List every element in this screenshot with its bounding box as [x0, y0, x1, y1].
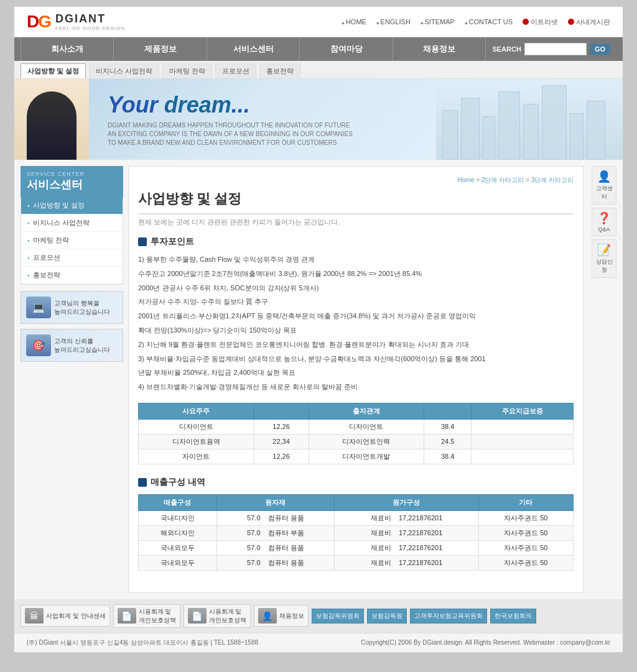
section2-title: 매출구성 내역 — [138, 477, 574, 488]
cell-s32: 57.0 컴퓨터 용품 — [216, 540, 335, 555]
table-row: 국내외모두 57.0 컴퓨터 용품 재료비 17,221876201 자사주권드… — [139, 555, 574, 570]
main-content: Home > 2단계 카타고리 > 3단계 카타고리 사업방향 및 설정 현재 … — [128, 166, 584, 593]
banner: Your dream... DGIANT MAKING DREAMS HAPPE… — [14, 79, 623, 160]
customer-icon: 👤 — [594, 170, 614, 183]
board-dot — [568, 19, 574, 25]
th-cost: 원가구성 — [335, 494, 478, 510]
footer-icon-1: 🏛 — [25, 608, 44, 624]
th-raw: 원자재 — [216, 494, 335, 510]
cell-34: 38.4 — [424, 449, 472, 464]
footer-link-8[interactable]: 한국보험회의 — [490, 609, 536, 624]
cell-21: 디자이언트용역 — [139, 434, 254, 449]
invest-table: 사요주주 출자관계 주요지급보증 디자이언트 12,26 디자이언트 38. — [138, 403, 574, 464]
cell-s33: 재료비 17,221876201 — [335, 540, 478, 555]
nav-english[interactable]: ENGLISH — [376, 18, 411, 25]
breadcrumb-cat2[interactable]: 2단계 카타고리 — [481, 177, 524, 183]
cell-s14: 자사주권드 50 — [478, 510, 573, 525]
cell-s41: 국내외모두 — [139, 555, 217, 570]
banner-person — [14, 79, 89, 160]
cell-s22: 57.0 컴퓨터 부품 — [216, 525, 335, 540]
th-investment: 출자관계 — [309, 403, 424, 419]
footer-link-4[interactable]: 👤 채용정보 — [254, 605, 309, 627]
nav-home[interactable]: HOME — [342, 18, 366, 25]
cell-11: 디자이언트 — [139, 419, 254, 434]
banner-subtitle: DGIANT MAKING DREAMS HAPPEN THROUGHOUT T… — [108, 121, 417, 147]
th-shareholder: 사요주주 — [139, 403, 254, 419]
footer-link-5[interactable]: 보험감독위원회 — [312, 609, 364, 624]
nav-board[interactable]: 사내게시판 — [568, 17, 610, 27]
nav-sitemap[interactable]: SITEMAP — [421, 18, 455, 25]
search-input[interactable] — [524, 43, 587, 55]
nav-service[interactable]: 서비스센터 — [207, 37, 300, 61]
nav-products[interactable]: 제품정보 — [114, 37, 207, 61]
section2-icon — [138, 478, 147, 487]
breadcrumb-home[interactable]: Home — [458, 177, 475, 183]
top-nav: HOME ENGLISH SITEMAP CONTACT US 이트라넷 사내게… — [342, 17, 610, 27]
right-btn-customer[interactable]: 👤 고객센터 — [592, 166, 616, 205]
nav-contact[interactable]: CONTACT US — [465, 18, 513, 25]
search-button[interactable]: GO — [590, 44, 610, 55]
cell-s24: 자사주권드 50 — [478, 525, 573, 540]
cell-s21: 해외디자인 — [139, 525, 217, 540]
cell-s13: 재료비 17,221876201 — [335, 510, 478, 525]
table-row: 국내외모두 57.0 컴퓨터 용품 재료비 17,221876201 자사주권드… — [139, 540, 574, 555]
breadcrumb: Home > 2단계 카타고리 > 3단계 카타고리 — [138, 176, 574, 185]
search-label: SEARCH — [492, 45, 521, 53]
footer-icon-4: 👤 — [258, 608, 277, 624]
th-value1 — [254, 403, 309, 419]
sales-table: 매출구성 원자재 원가구성 기타 국내디자인 57.0 컴퓨터 용품 재료비 1… — [138, 494, 574, 571]
cell-15 — [472, 419, 574, 434]
sidebar: SERVICE CENTER 서비스센터 사업방향 및 설정 비지니스 사업전략… — [21, 166, 123, 593]
sidebar-item-marketing[interactable]: 마케팅 전략 — [21, 232, 123, 249]
logo-name: DGIANT — [55, 12, 125, 25]
cell-s34: 자사주권드 50 — [478, 540, 573, 555]
cell-13: 디자이언트 — [309, 419, 424, 434]
cell-12: 12,26 — [254, 419, 309, 434]
person-silhouette — [27, 91, 77, 160]
footer-link-1[interactable]: 🏛 사업회계 및 안내센세 — [21, 605, 110, 627]
sidebar-header: SERVICE CENTER 서비스센터 — [21, 166, 123, 197]
content-text: 1) 풍부한 수주물량, Cash Flow 및 수익성위주의 경영 관계 수주… — [138, 254, 574, 394]
main-nav: 회사소개 제품정보 서비스센터 참여마당 채용정보 SEARCH GO — [14, 37, 623, 61]
cell-s44: 자사주권드 50 — [478, 555, 573, 570]
cell-31: 자이언트 — [139, 449, 254, 464]
sidebar-item-strategy[interactable]: 비지니스 사업전략 — [21, 214, 123, 232]
footer-link-6[interactable]: 보험감독원 — [367, 609, 407, 624]
footer-link-2[interactable]: 📄 시용회계 및개인보호성책 — [113, 604, 180, 628]
subnav-marketing[interactable]: 마케팅 전략 — [162, 63, 212, 78]
subnav-pr[interactable]: 홍보전략 — [259, 63, 300, 78]
nav-company[interactable]: 회사소개 — [21, 37, 114, 61]
sidebar-item-promotion[interactable]: 프로모션 — [21, 249, 123, 267]
cell-23: 디자이언트인력 — [309, 434, 424, 449]
footer-link-7[interactable]: 고객투자보험교육위원회 — [410, 609, 487, 624]
right-btn-qa[interactable]: ❓ Q&A — [592, 208, 616, 236]
sub-nav: 사업방향 및 설정 비지니스 사업전략 마케팅 전략 프로모션 홍보전략 — [14, 61, 623, 79]
banner-dream: dream — [164, 92, 231, 117]
sidebar-item-business[interactable]: 사업방향 및 설정 — [21, 197, 123, 214]
nav-intranet[interactable]: 이트라넷 — [523, 17, 558, 27]
banner-title: Your dream... — [108, 92, 417, 118]
cell-s11: 국내디자인 — [139, 510, 217, 525]
cell-32: 12,26 — [254, 449, 309, 464]
footer-link-3[interactable]: 📄 시용회계 및개인보호성책 — [184, 604, 251, 628]
cell-s43: 재료비 17,221876201 — [335, 555, 478, 570]
nav-recruit[interactable]: 채용정보 — [393, 37, 486, 61]
content-area: SERVICE CENTER 서비스센터 사업방향 및 설정 비지니스 사업전략… — [14, 160, 623, 599]
th-value2 — [424, 403, 472, 419]
site-wrapper: DG DGIANT FEEL SO GOOD DESIGN HOME ENGLI… — [14, 6, 623, 653]
subnav-strategy[interactable]: 비지니스 사업전략 — [89, 63, 159, 78]
cell-33: 디자이언트개발 — [309, 449, 424, 464]
sidebar-item-pr[interactable]: 홍보전략 — [21, 267, 123, 284]
nav-community[interactable]: 참여마당 — [300, 37, 393, 61]
footer-icon-3: 📄 — [188, 608, 207, 624]
top-bar: DG DGIANT FEEL SO GOOD DESIGN HOME ENGLI… — [14, 7, 623, 37]
search-area: SEARCH GO — [486, 37, 616, 61]
table-row: 디자이언트용역 22,34 디자이언트인력 24.5 — [139, 434, 574, 449]
subnav-promotion[interactable]: 프로모션 — [215, 63, 256, 78]
subnav-business[interactable]: 사업방향 및 설정 — [21, 63, 86, 78]
main-nav-items: 회사소개 제품정보 서비스센터 참여마당 채용정보 — [21, 37, 486, 61]
footer-left: (주) DGiant 서울시 영등포구 신길4동 삼성아파트 대표이사 홍길동 … — [27, 638, 258, 647]
sidebar-banner-text-2: 고객의 신뢰를높여드리고싶습니다 — [54, 337, 110, 354]
qa-icon: ❓ — [594, 211, 614, 225]
right-btn-consult[interactable]: 📝 상담신청 — [592, 239, 616, 278]
